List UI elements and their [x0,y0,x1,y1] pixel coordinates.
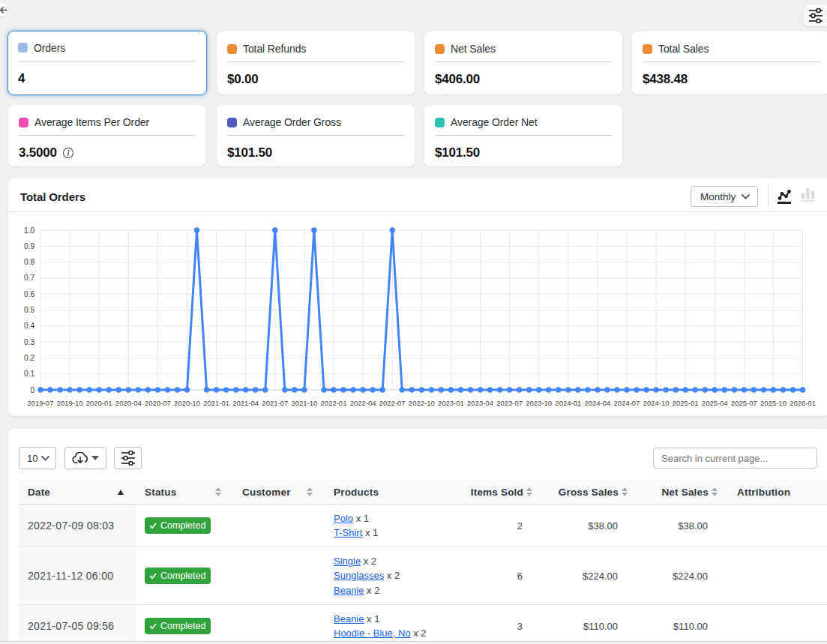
svg-text:0.3: 0.3 [24,338,34,346]
svg-text:2020-07: 2020-07 [145,399,171,407]
svg-text:2022-07: 2022-07 [379,399,406,407]
svg-text:2026-01: 2026-01 [790,399,816,407]
svg-text:2021-04: 2021-04 [232,399,259,407]
svg-text:2023-01: 2023-01 [438,399,464,407]
svg-text:0.5: 0.5 [24,306,34,314]
svg-text:2024-10: 2024-10 [643,399,670,407]
svg-text:2023-07: 2023-07 [496,399,523,407]
svg-text:2021-10: 2021-10 [291,399,317,407]
svg-text:0.9: 0.9 [24,242,34,250]
svg-text:2024-07: 2024-07 [614,399,640,407]
svg-text:0.6: 0.6 [24,290,34,298]
svg-text:2023-10: 2023-10 [526,399,552,407]
svg-text:2025-10: 2025-10 [760,399,787,407]
svg-text:0.1: 0.1 [24,370,34,378]
svg-text:0: 0 [30,386,34,394]
svg-text:2021-01: 2021-01 [203,399,229,407]
svg-text:2021-07: 2021-07 [262,399,288,407]
svg-text:2023-04: 2023-04 [467,399,493,407]
svg-text:2024-01: 2024-01 [555,399,581,407]
svg-text:2025-04: 2025-04 [702,399,728,407]
svg-text:2025-07: 2025-07 [731,399,757,407]
svg-text:2022-10: 2022-10 [409,399,435,407]
svg-text:2020-04: 2020-04 [115,399,142,407]
svg-text:2024-04: 2024-04 [584,399,610,407]
svg-text:1.0: 1.0 [24,226,34,235]
svg-text:2025-01: 2025-01 [673,399,699,407]
svg-text:2020-01: 2020-01 [86,399,112,407]
svg-text:2022-01: 2022-01 [321,399,347,407]
svg-text:2020-10: 2020-10 [174,399,200,407]
svg-text:0.2: 0.2 [24,354,34,362]
svg-text:0.7: 0.7 [24,274,34,282]
svg-text:2019-07: 2019-07 [28,399,54,407]
svg-text:0.8: 0.8 [24,258,34,266]
svg-text:0.4: 0.4 [24,322,34,330]
svg-text:2022-04: 2022-04 [350,399,376,407]
svg-text:2019-10: 2019-10 [57,399,83,407]
